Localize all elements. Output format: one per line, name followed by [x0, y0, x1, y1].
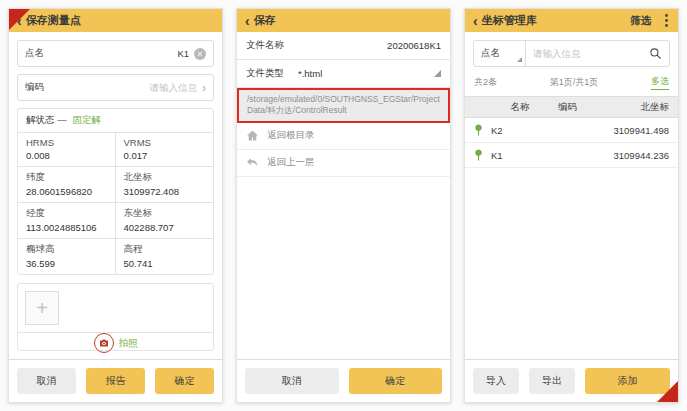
solution-label: 解状态 —: [26, 114, 67, 125]
stat-longitude: 经度 113.0024885106: [18, 203, 116, 239]
search-field-selector[interactable]: 点名: [474, 41, 526, 66]
go-root-item[interactable]: 返回根目录: [237, 123, 450, 150]
add-photo-placeholder[interactable]: +: [25, 291, 59, 325]
clear-icon[interactable]: ×: [194, 48, 206, 60]
save-file-buttonbar: 取消 确定: [237, 359, 450, 402]
save-point-buttonbar: 取消 报告 确定: [9, 359, 222, 402]
report-button[interactable]: 报告: [86, 368, 145, 394]
stat-vrms: VRMS 0.017: [116, 133, 214, 167]
point-pin-icon: [465, 124, 491, 137]
plus-icon: +: [36, 297, 48, 320]
page-title: 坐标管理库: [482, 13, 537, 28]
code-field[interactable]: 编码 ›: [17, 74, 214, 101]
cancel-button[interactable]: 取消: [245, 368, 339, 394]
titlebar-save-file: ‹ 保存: [237, 9, 450, 32]
titlebar-coordinate-library: ‹ 坐标管理库 筛选: [465, 9, 678, 32]
multiselect-button[interactable]: 多选: [651, 75, 669, 90]
code-label: 编码: [25, 81, 44, 94]
screen-save-point: ‹ 保存测量点 点名 × 编码 › 解状态 — 固定解: [8, 8, 223, 403]
search-field-label: 点名: [481, 47, 500, 60]
list-status-row: 共2条 第1页/共1页 多选: [465, 75, 678, 96]
go-root-label: 返回根目录: [267, 129, 315, 142]
total-count: 共2条: [474, 76, 497, 89]
cancel-button[interactable]: 取消: [17, 368, 76, 394]
confirm-button[interactable]: 确定: [349, 368, 443, 394]
dropdown-triangle-icon: [517, 57, 522, 62]
search-icon[interactable]: [649, 47, 662, 60]
solution-status: 解状态 — 固定解: [18, 109, 213, 132]
file-type-label: 文件类型: [246, 67, 284, 80]
page-indicator: 第1页/共1页: [497, 76, 651, 89]
import-button[interactable]: 导入: [473, 368, 519, 394]
back-icon[interactable]: ‹: [245, 14, 250, 28]
solution-value: 固定解: [72, 114, 101, 125]
point-name-input[interactable]: [44, 48, 189, 59]
go-up-label: 返回上一层: [267, 156, 315, 169]
table-row[interactable]: K1 3109944.236: [465, 143, 678, 168]
page-title: 保存: [254, 13, 276, 28]
page-title: 保存测量点: [26, 13, 81, 28]
file-name-row[interactable]: 文件名称 20200618K1: [237, 32, 450, 60]
stat-elevation: 高程 50.741: [116, 239, 214, 274]
return-arrow-icon: [246, 156, 259, 169]
screens-row: ‹ 保存测量点 点名 × 编码 › 解状态 — 固定解: [0, 0, 687, 411]
red-corner-marker-bottomright: [657, 381, 678, 402]
search-input[interactable]: [526, 48, 642, 59]
overflow-menu-icon[interactable]: [663, 12, 670, 29]
solution-panel: 解状态 — 固定解 HRMS 0.008 VRMS 0.017 纬度 28.06…: [17, 108, 214, 275]
screen-coordinate-library: ‹ 坐标管理库 筛选 点名 共2条 第1页/共1页 多选 名称 编码: [464, 8, 679, 403]
file-list-empty-area: [237, 177, 450, 359]
export-button[interactable]: 导出: [529, 368, 575, 394]
point-north: 3109944.236: [586, 150, 678, 161]
screen-save-file: ‹ 保存 文件名称 20200618K1 文件类型 *.html /storag…: [236, 8, 451, 403]
current-path-box: /storage/emulated/0/SOUTHGNSS_EGStar/Pro…: [237, 88, 450, 123]
point-name-field[interactable]: 点名 ×: [17, 40, 214, 67]
home-icon: [246, 129, 259, 142]
titlebar-save-point: ‹ 保存测量点: [9, 9, 222, 32]
photo-area: +: [18, 284, 213, 332]
take-photo-button[interactable]: 拍照: [18, 332, 213, 353]
point-name-label: 点名: [25, 47, 44, 60]
current-path: /storage/emulated/0/SOUTHGNSS_EGStar/Pro…: [247, 94, 440, 115]
point-name: K2: [491, 125, 549, 136]
filter-button[interactable]: 筛选: [630, 14, 651, 28]
column-code: 编码: [549, 101, 586, 114]
point-name: K1: [491, 150, 549, 161]
confirm-button[interactable]: 确定: [155, 368, 214, 394]
dropdown-triangle-icon[interactable]: [434, 70, 441, 77]
file-type-value: *.html: [298, 68, 322, 79]
save-point-body: 点名 × 编码 › 解状态 — 固定解 HRMS 0.008: [9, 32, 222, 359]
camera-icon: [94, 333, 114, 353]
file-name-value: 20200618K1: [387, 40, 441, 51]
search-bar: 点名: [473, 40, 670, 67]
stat-east: 东坐标 402288.707: [116, 203, 214, 239]
photo-panel: + 拍照: [17, 283, 214, 351]
file-type-row[interactable]: 文件类型 *.html: [237, 60, 450, 88]
go-up-item[interactable]: 返回上一层: [237, 150, 450, 177]
stat-north: 北坐标 3109972.408: [116, 167, 214, 203]
list-empty-area: [465, 168, 678, 359]
table-header: 名称 编码 北坐标: [465, 96, 678, 118]
back-icon[interactable]: ‹: [473, 14, 478, 28]
stats-grid: HRMS 0.008 VRMS 0.017 纬度 28.0601596820 北…: [18, 132, 213, 274]
stat-hrms: HRMS 0.008: [18, 133, 116, 167]
take-photo-label: 拍照: [119, 337, 138, 350]
stat-ellipsoid-height: 椭球高 36.599: [18, 239, 116, 274]
red-corner-marker-topleft: [9, 9, 30, 30]
point-pin-icon: [465, 149, 491, 162]
table-row[interactable]: K2 3109941.498: [465, 118, 678, 143]
library-buttonbar: 导入 导出 添加: [465, 359, 678, 402]
chevron-right-icon: ›: [202, 81, 206, 95]
stat-latitude: 纬度 28.0601596820: [18, 167, 116, 203]
code-input[interactable]: [44, 82, 197, 93]
column-north: 北坐标: [586, 101, 678, 114]
file-name-label: 文件名称: [246, 39, 284, 52]
point-north: 3109941.498: [586, 125, 678, 136]
column-name: 名称: [491, 101, 549, 114]
